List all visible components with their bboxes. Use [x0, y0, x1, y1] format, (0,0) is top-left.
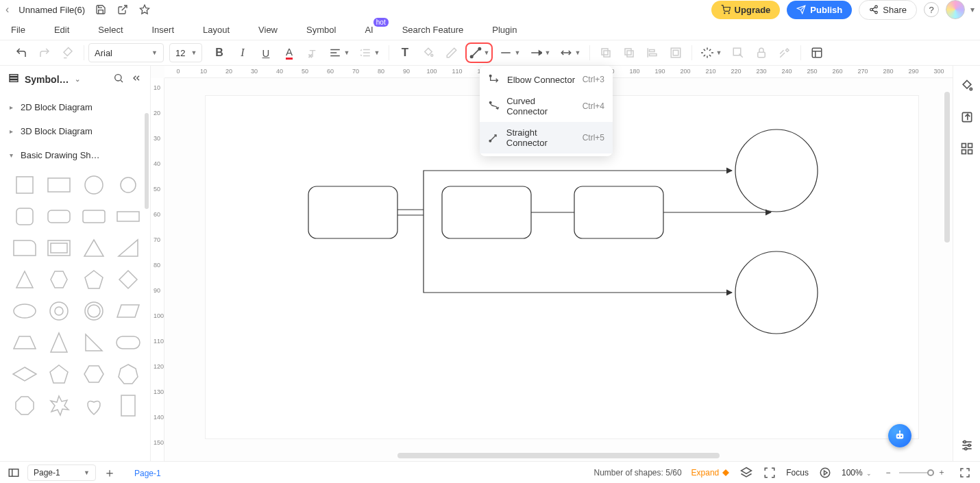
underline-button[interactable]: U: [254, 41, 278, 64]
shape-hexagon2[interactable]: [79, 360, 109, 388]
back-button[interactable]: ‹: [5, 3, 9, 16]
effects-button[interactable]: ▼: [696, 41, 726, 64]
zoom-in-button[interactable]: ＋: [935, 466, 948, 480]
shape-double-circle[interactable]: [79, 297, 109, 325]
align-button[interactable]: ▼: [324, 41, 354, 64]
outline-toggle-button[interactable]: [7, 466, 21, 480]
shape-circle[interactable]: [79, 171, 109, 199]
font-select[interactable]: Arial▼: [88, 43, 164, 62]
shape-document[interactable]: [113, 392, 143, 419]
shape-square[interactable]: [10, 171, 40, 199]
format-painter-button[interactable]: [56, 41, 79, 64]
zoom-slider[interactable]: [899, 472, 931, 473]
undo-button[interactable]: [10, 41, 33, 64]
avatar-caret-icon[interactable]: ▾: [970, 5, 975, 14]
shape-parallelogram[interactable]: [113, 297, 143, 325]
share-button[interactable]: Share: [859, 0, 917, 20]
send-backward-button[interactable]: [617, 41, 641, 64]
page-select[interactable]: Page-1▼: [27, 465, 96, 481]
panel-title-caret[interactable]: ⌄: [75, 75, 80, 83]
group-button[interactable]: [664, 41, 687, 64]
shape-heart[interactable]: [79, 392, 109, 419]
menu-search-feature[interactable]: Search Feature: [402, 25, 464, 35]
star-icon[interactable]: [138, 3, 151, 16]
open-external-icon[interactable]: [117, 3, 129, 16]
arrow-both-button[interactable]: ▼: [555, 41, 585, 64]
shape-pentagon[interactable]: [79, 266, 109, 293]
shape-burst[interactable]: [44, 392, 74, 419]
menu-layout[interactable]: Layout: [203, 25, 230, 35]
fill-color-button[interactable]: [417, 41, 440, 64]
fit-screen-button[interactable]: [763, 466, 776, 480]
shape-pill[interactable]: [113, 329, 143, 356]
shape-diamond-wide[interactable]: [10, 360, 40, 388]
shape-heptagon[interactable]: [113, 360, 143, 388]
shape-ellipse[interactable]: [10, 297, 40, 325]
shape-hexagon[interactable]: [44, 266, 74, 293]
shape-octagon[interactable]: [10, 392, 40, 419]
category-basic-shapes[interactable]: ▾Basic Drawing Sh…: [0, 143, 150, 167]
zoom-slider-thumb[interactable]: [927, 469, 934, 476]
category-2d-block[interactable]: ▸2D Block Diagram: [0, 95, 150, 119]
presentation-button[interactable]: [818, 466, 832, 480]
italic-button[interactable]: I: [231, 41, 254, 64]
redo-button[interactable]: [33, 41, 56, 64]
text-tool-button[interactable]: T: [393, 41, 417, 64]
publish-button[interactable]: Publish: [787, 1, 852, 19]
font-color-button[interactable]: A: [278, 41, 301, 64]
shape-circle-small[interactable]: [113, 171, 143, 199]
page-tab-1[interactable]: Page-1: [123, 462, 172, 484]
canvas-shape-circle-top[interactable]: [735, 129, 818, 212]
shape-rounded-square[interactable]: [10, 203, 40, 230]
search-icon[interactable]: [113, 73, 124, 86]
canvas-h-scrollbar[interactable]: [397, 453, 720, 458]
align-objects-button[interactable]: [641, 41, 664, 64]
line-style-button[interactable]: ▼: [495, 41, 525, 64]
edit-shape-button[interactable]: [726, 41, 750, 64]
layers-button[interactable]: [739, 466, 753, 480]
menu-edit[interactable]: Edit: [54, 25, 69, 35]
menu-select[interactable]: Select: [98, 25, 123, 35]
shape-rect-thin[interactable]: [113, 203, 143, 230]
shape-frame[interactable]: [44, 234, 74, 262]
fullscreen-button[interactable]: [958, 466, 972, 480]
apps-button[interactable]: [958, 140, 976, 158]
theme-button[interactable]: [958, 77, 976, 95]
dropdown-item-elbow[interactable]: Elbow Connector Ctrl+3: [480, 69, 613, 90]
menu-plugin[interactable]: Plugin: [492, 25, 517, 35]
category-3d-block[interactable]: ▸3D Block Diagram: [0, 119, 150, 143]
pencil-button[interactable]: [440, 41, 463, 64]
menu-symbol[interactable]: Symbol: [306, 25, 336, 35]
canvas-shape-circle-bottom[interactable]: [735, 251, 818, 334]
canvas-v-scrollbar[interactable]: [944, 92, 950, 243]
canvas-shape-rect1[interactable]: [308, 186, 397, 238]
shape-right-triangle[interactable]: [79, 329, 109, 356]
clear-format-button[interactable]: T✖: [301, 41, 324, 64]
upgrade-button[interactable]: Upgrade: [711, 1, 781, 19]
collapse-panel-icon[interactable]: [131, 73, 142, 86]
add-page-button[interactable]: ＋: [103, 466, 117, 480]
arrow-style-button[interactable]: ▼: [525, 41, 555, 64]
shape-triangle-tall[interactable]: [44, 329, 74, 356]
shape-diamond[interactable]: [113, 266, 143, 293]
save-icon[interactable]: [95, 3, 107, 16]
assistant-button[interactable]: [888, 424, 911, 447]
help-button[interactable]: ?: [924, 2, 939, 17]
shape-triangle-iso[interactable]: [10, 266, 40, 293]
shape-donut[interactable]: [44, 297, 74, 325]
menu-view[interactable]: View: [258, 25, 278, 35]
shape-rounded-rect[interactable]: [44, 203, 74, 230]
dropdown-item-straight[interactable]: Straight Connector Ctrl+5: [480, 122, 613, 153]
shape-rounded-single[interactable]: [10, 234, 40, 262]
bring-forward-button[interactable]: [594, 41, 617, 64]
zoom-out-button[interactable]: −: [881, 466, 895, 480]
shape-rectangle[interactable]: [44, 171, 74, 199]
line-spacing-button[interactable]: ▼: [354, 41, 384, 64]
menu-insert[interactable]: Insert: [152, 25, 175, 35]
avatar[interactable]: [946, 0, 965, 19]
shape-triangle-right[interactable]: [113, 234, 143, 262]
font-size-select[interactable]: 12▼: [169, 43, 202, 62]
tools-button[interactable]: [773, 41, 796, 64]
canvas-shape-rect2[interactable]: [442, 186, 531, 238]
shape-rounded-rect2[interactable]: [79, 203, 109, 230]
